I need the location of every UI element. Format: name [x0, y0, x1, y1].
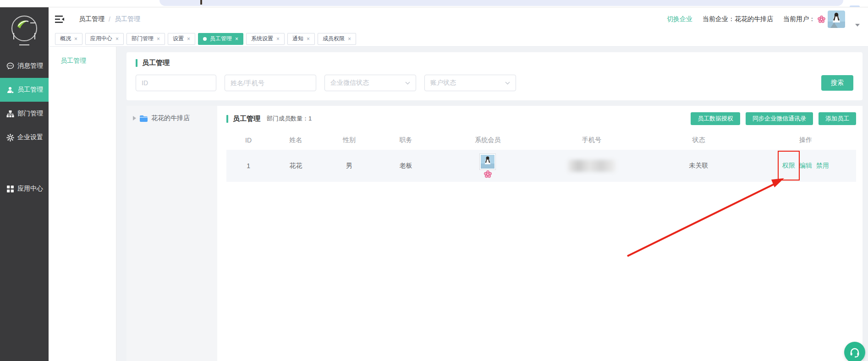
permission-action-link[interactable]: 权限	[782, 162, 795, 169]
cell-phone	[541, 160, 642, 172]
cell-job: 老板	[378, 162, 434, 170]
column-header-actions: 操作	[755, 136, 856, 144]
column-header-system-member: 系统会员	[434, 136, 541, 144]
close-icon[interactable]: ×	[307, 36, 310, 42]
breadcrumb-item[interactable]: 员工管理	[79, 15, 104, 23]
current-company: 当前企业：花花的牛排店	[703, 15, 773, 23]
chevron-down-icon	[505, 82, 510, 85]
search-panel-title: 员工管理	[142, 59, 170, 67]
gear-icon	[6, 134, 14, 142]
wechat-status-select[interactable]: 企业微信状态	[324, 75, 416, 91]
cell-id: 1	[226, 162, 270, 170]
switch-company-link[interactable]: 切换企业	[667, 15, 692, 23]
tree-node-label: 花花的牛排店	[151, 114, 190, 122]
cell-gender: 男	[321, 162, 378, 170]
collapse-menu-icon[interactable]	[55, 15, 65, 23]
org-icon	[6, 110, 14, 118]
cell-system-member	[434, 153, 541, 178]
sidebar-item-company-settings[interactable]: 企业设置	[0, 126, 49, 149]
app-window: 消息管理 员工管理 部门管理	[0, 0, 868, 361]
id-filter-input[interactable]	[136, 75, 216, 91]
current-user-label: 当前用户：	[783, 15, 815, 23]
sidebar-item-employees[interactable]: 员工管理	[0, 78, 49, 102]
sidebar-item-label: 企业设置	[17, 133, 43, 142]
browser-extension-icon	[850, 5, 860, 7]
column-header-status: 状态	[642, 136, 755, 144]
text-caret	[200, 0, 202, 5]
department-tree: 花花的牛排店	[126, 106, 217, 361]
section-accent-bar	[136, 59, 137, 67]
sidebar-item-app-center[interactable]: 应用中心	[0, 177, 49, 201]
table-panel-title: 员工管理	[233, 115, 260, 123]
headset-icon	[849, 347, 860, 358]
secondary-sidebar-item-employees[interactable]: 员工管理	[49, 47, 116, 65]
sidebar-item-label: 应用中心	[17, 185, 43, 193]
close-icon[interactable]: ×	[235, 36, 238, 42]
member-avatar[interactable]	[479, 153, 496, 170]
section-accent-bar	[226, 115, 228, 123]
cell-status: 未关联	[642, 162, 755, 170]
tab-overview[interactable]: 概况×	[55, 33, 82, 45]
employee-table-panel: 员工管理 部门成员数量：1 员工数据授权 同步企业微信通讯录 添加员工	[217, 106, 863, 361]
close-icon[interactable]: ×	[187, 36, 190, 42]
table-header-row: ID 姓名 性别 职务 系统会员 手机号 状态 操作	[226, 131, 856, 150]
tab-member-permissions[interactable]: 成员权限×	[318, 33, 356, 45]
search-button[interactable]: 搜索	[821, 75, 853, 91]
close-icon[interactable]: ×	[115, 36, 119, 42]
tree-node-root[interactable]: 花花的牛排店	[133, 114, 217, 122]
current-user[interactable]: 当前用户：	[783, 11, 845, 28]
sidebar-item-label: 员工管理	[17, 86, 43, 94]
breadcrumb-separator: /	[109, 16, 110, 23]
account-status-select[interactable]: 账户状态	[424, 75, 516, 91]
member-count: 部门成员数量：1	[267, 115, 312, 123]
employee-data-authorize-button[interactable]: 员工数据授权	[691, 112, 740, 125]
primary-sidebar: 消息管理 员工管理 部门管理	[0, 7, 49, 361]
flower-icon	[484, 170, 492, 178]
tab-system-settings[interactable]: 系统设置×	[246, 33, 285, 45]
secondary-sidebar: 员工管理	[49, 47, 116, 361]
cell-actions: 权限 编辑 禁用	[755, 162, 856, 170]
sync-wechat-contacts-button[interactable]: 同步企业微信通讯录	[746, 112, 813, 125]
table-row: 1 花花 男 老板	[226, 150, 856, 182]
flower-icon	[818, 16, 825, 23]
column-header-phone: 手机号	[541, 136, 642, 144]
user-avatar[interactable]	[828, 11, 845, 28]
tab-app-center[interactable]: 应用中心×	[85, 33, 124, 45]
open-tabs-bar: 概况× 应用中心× 部门管理× 设置× 员工管理× 系统设置× 通知× 成员权限…	[49, 31, 868, 47]
close-icon[interactable]: ×	[74, 36, 77, 42]
close-icon[interactable]: ×	[276, 36, 280, 42]
browser-address-bar[interactable]	[159, 0, 843, 6]
close-icon[interactable]: ×	[157, 36, 160, 42]
edit-action-link[interactable]: 编辑	[799, 162, 812, 170]
customer-service-button[interactable]	[844, 342, 865, 361]
sidebar-item-label: 部门管理	[17, 109, 43, 118]
column-header-id: ID	[226, 137, 270, 144]
annotation-arrow	[623, 174, 788, 262]
user-menu-caret-icon[interactable]	[855, 24, 860, 27]
tab-employees-active[interactable]: 员工管理×	[198, 33, 243, 45]
breadcrumb-item: 员工管理	[115, 15, 140, 23]
cell-name: 花花	[270, 162, 321, 170]
sidebar-item-messages[interactable]: 消息管理	[0, 54, 49, 78]
sidebar-item-label: 消息管理	[17, 62, 43, 70]
sidebar-item-departments[interactable]: 部门管理	[0, 102, 49, 126]
tab-notifications[interactable]: 通知×	[287, 33, 315, 45]
folder-icon	[139, 115, 148, 122]
company-logo	[0, 7, 49, 54]
top-header: 员工管理 / 员工管理 切换企业 当前企业：花花的牛排店 当前用户：	[49, 7, 868, 31]
breadcrumb: 员工管理 / 员工管理	[79, 15, 140, 23]
disable-action-link[interactable]: 禁用	[816, 162, 829, 170]
tab-settings[interactable]: 设置×	[168, 33, 195, 45]
name-phone-filter-input[interactable]	[225, 75, 316, 91]
column-header-job: 职务	[378, 136, 434, 144]
add-employee-button[interactable]: 添加员工	[819, 112, 856, 125]
chat-icon	[6, 62, 14, 70]
sidebar-spacer	[0, 149, 49, 177]
close-icon[interactable]: ×	[348, 36, 351, 42]
column-header-name: 姓名	[270, 136, 321, 144]
search-panel: 员工管理 企业微信状态 账户状态	[126, 52, 863, 100]
chevron-down-icon	[405, 82, 410, 85]
employee-icon	[6, 86, 14, 94]
tab-departments[interactable]: 部门管理×	[126, 33, 165, 45]
tree-expand-caret-icon[interactable]	[133, 116, 136, 120]
